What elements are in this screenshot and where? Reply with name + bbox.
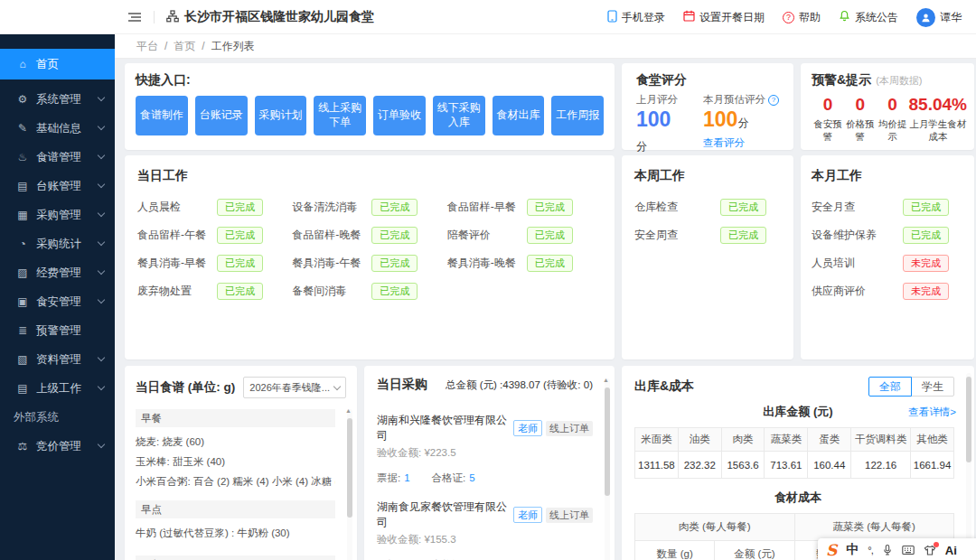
chevron-down-icon — [98, 296, 105, 303]
quick-button-recipe-making[interactable]: 食谱制作 — [136, 96, 188, 135]
quick-button-offline-inbound[interactable]: 线下采购入库 — [433, 96, 485, 135]
scrollbar-thumb[interactable] — [347, 418, 352, 518]
status-badge: 已完成 — [720, 227, 766, 244]
daily-menu-card: 当日食谱 (单位: g) 2026年春季钱隆... 早餐 烧麦: 烧麦 (60)… — [125, 366, 357, 560]
table-row: 1311.58 232.32 1563.6 713.61 160.44 122.… — [635, 452, 954, 479]
quick-button-purchase-plan[interactable]: 采购计划 — [255, 96, 307, 135]
quick-button-online-order[interactable]: 线上采购下单 — [314, 96, 366, 135]
cart-icon: ▦ — [16, 209, 29, 221]
collapse-menu-icon[interactable] — [127, 11, 142, 23]
online-order-tag: 线上订单 — [546, 421, 593, 436]
status-badge: 已完成 — [217, 283, 263, 300]
header-divider — [154, 11, 155, 23]
outbound-scrollbar[interactable] — [966, 373, 971, 560]
supplier-name: 湖南食见家餐饮管理有限公司 — [377, 499, 513, 530]
breadcrumb-platform[interactable]: 平台 — [136, 39, 158, 54]
sidebar-item-superior-work[interactable]: ▤ 上级工作 — [0, 374, 115, 403]
status-badge: 已完成 — [217, 227, 263, 244]
sidebar-item-warning-mgmt[interactable]: ≣ 预警管理 — [0, 316, 115, 345]
status-badge: 已完成 — [371, 227, 418, 244]
sidebar-item-bidding-mgmt[interactable]: ⚖ 竞价管理 — [0, 432, 115, 461]
scrollbar-thumb[interactable] — [966, 377, 971, 462]
status-badge: 已完成 — [720, 199, 766, 216]
stat-food-safety-warning: 0 食安预警 — [812, 94, 844, 143]
chevron-down-icon — [98, 267, 105, 275]
skin-icon[interactable] — [924, 545, 936, 556]
file-icon: ▧ — [16, 353, 29, 366]
scroll-up-icon[interactable]: ▲ — [345, 407, 352, 414]
sidebar-item-basic-info[interactable]: ✎ 基础信息 — [0, 114, 115, 143]
ai-assistant-icon[interactable]: Ai — [945, 544, 957, 557]
status-badge: 已完成 — [217, 199, 263, 216]
chevron-down-icon — [98, 238, 105, 246]
sidebar-section-external: 外部系统 — [0, 403, 115, 432]
breadcrumb-home[interactable]: 首页 — [174, 39, 195, 54]
quick-button-ledger-record[interactable]: 台账记录 — [195, 96, 248, 135]
info-icon[interactable]: ? — [768, 95, 779, 106]
breadcrumb: 平台 / 首页 / 工作列表 — [115, 34, 976, 59]
notification-dot — [934, 542, 939, 547]
stat-price-warning: 0 价格预警 — [844, 94, 877, 143]
purchase-scrollbar[interactable]: ▲ — [605, 378, 610, 560]
gear-icon: ⚙ — [16, 93, 29, 106]
microphone-icon[interactable] — [882, 544, 893, 556]
scroll-up-icon[interactable]: ▲ — [603, 377, 609, 383]
purchase-summary: 总金额 (元) :4398.07 (待验收: 0) — [446, 378, 593, 392]
sidebar-item-purchase-mgmt[interactable]: ▦ 采购管理 — [0, 201, 115, 229]
work-item: 人员晨检已完成 — [137, 199, 292, 216]
teacher-tag: 老师 — [513, 507, 542, 523]
toggle-student-button[interactable]: 学生 — [911, 377, 954, 397]
work-item: 安全月查已完成 — [812, 199, 963, 216]
menu-item: 烧麦: 烧麦 (60) — [136, 434, 335, 450]
quick-button-weekly-report[interactable]: 工作周报 — [551, 96, 604, 135]
sliders-icon: ≣ — [16, 324, 29, 337]
menu-plan-select[interactable]: 2026年春季钱隆... — [243, 377, 346, 398]
status-badge: 已完成 — [527, 199, 573, 216]
sidebar-item-recipe-mgmt[interactable]: ♨ 食谱管理 — [0, 143, 115, 172]
view-rating-link[interactable]: 查看评分 — [703, 136, 779, 150]
quick-button-outbound[interactable]: 食材出库 — [493, 96, 545, 135]
status-badge: 已完成 — [217, 255, 263, 272]
scrollbar-thumb[interactable] — [605, 387, 610, 496]
sidebar-item-home[interactable]: ⌂ 首页 — [0, 49, 115, 79]
rating-title: 食堂评分 — [636, 72, 779, 89]
ime-punctuation-toggle[interactable]: °, — [868, 545, 872, 555]
sidebar-item-purchase-stats[interactable]: ◔ 采购统计 — [0, 229, 115, 258]
scale-icon: ⚖ — [16, 440, 29, 453]
work-item: 食品留样-晚餐已完成 — [292, 227, 446, 244]
sidebar-item-system-mgmt[interactable]: ⚙ 系统管理 — [0, 85, 115, 114]
sidebar-item-food-safety-mgmt[interactable]: ▣ 食安管理 — [0, 287, 115, 316]
menu-section-morning-snack: 早点 — [136, 500, 335, 518]
status-badge: 已完成 — [371, 255, 418, 272]
work-item: 食品留样-早餐已完成 — [447, 199, 602, 216]
supplier-block: 湖南和兴隆餐饮管理有限公司 老师 线上订单 验收金额: ¥223.5 票据:1 … — [377, 413, 602, 485]
quick-button-order-acceptance[interactable]: 订单验收 — [373, 96, 426, 135]
help-button[interactable]: ? 帮助 — [783, 10, 821, 25]
sogou-logo-icon[interactable]: S — [826, 543, 837, 558]
weekly-work-title: 本周工作 — [634, 168, 781, 184]
recipe-icon: ♨ — [16, 151, 29, 163]
ime-language-toggle[interactable]: 中 — [846, 542, 859, 558]
sidebar-item-document-mgmt[interactable]: ▧ 资料管理 — [0, 345, 115, 374]
announcement-button[interactable]: 系统公告 — [839, 10, 898, 25]
chart-icon: ▨ — [16, 266, 29, 279]
menu-scrollbar[interactable]: ▲ — [347, 409, 352, 560]
phone-login-button[interactable]: 手机登录 — [607, 10, 665, 25]
work-item: 供应商评价未完成 — [812, 283, 963, 300]
stat-avg-price-tip: 0 均价提示 — [877, 94, 909, 143]
sidebar-item-ledger-mgmt[interactable]: ▤ 台账管理 — [0, 172, 115, 201]
outbound-cost-card: 出库&成本 全部 学生 出库金额 (元) 查看详情> 米面类 油类 肉类 蔬菜类… — [622, 366, 974, 560]
menu-section-lunch: 午餐 — [136, 555, 335, 560]
view-details-link[interactable]: 查看详情> — [908, 406, 956, 419]
alerts-card: 预警&提示 (本周数据) 0 食安预警 0 价格预警 0 均价提示 85.04%… — [801, 63, 974, 150]
daily-purchase-title: 当日采购 — [377, 377, 427, 393]
stat-student-food-cost: 85.04% 上月学生食材成本 — [909, 94, 967, 143]
sidebar-item-expense-mgmt[interactable]: ▨ 经费管理 — [0, 258, 115, 287]
alerts-title: 预警&提示 — [812, 72, 871, 89]
toggle-all-button[interactable]: 全部 — [868, 377, 912, 397]
keyboard-icon[interactable] — [902, 545, 915, 555]
user-menu[interactable]: 谭华 — [916, 8, 962, 27]
work-item: 食品留样-午餐已完成 — [137, 227, 292, 244]
set-meal-date-button[interactable]: 设置开餐日期 — [683, 10, 765, 25]
status-badge: 已完成 — [371, 283, 418, 300]
